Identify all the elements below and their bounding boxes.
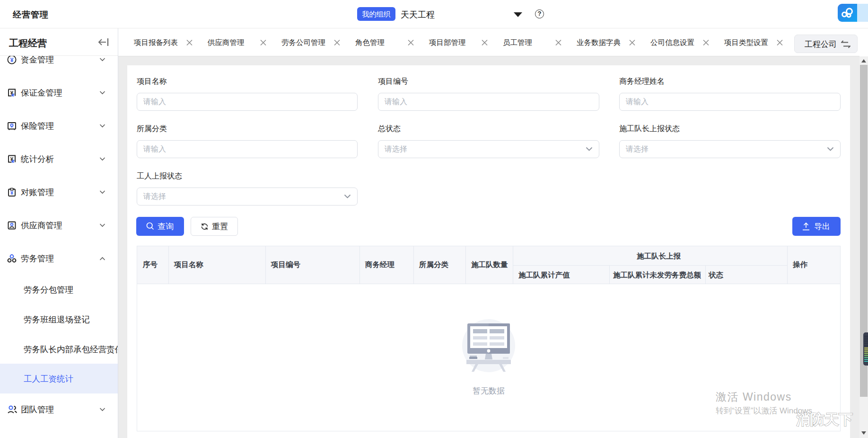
svg-text:消防天下: 消防天下 bbox=[796, 411, 853, 427]
svg-text:¥: ¥ bbox=[10, 190, 14, 196]
svg-text:¥: ¥ bbox=[10, 57, 14, 63]
